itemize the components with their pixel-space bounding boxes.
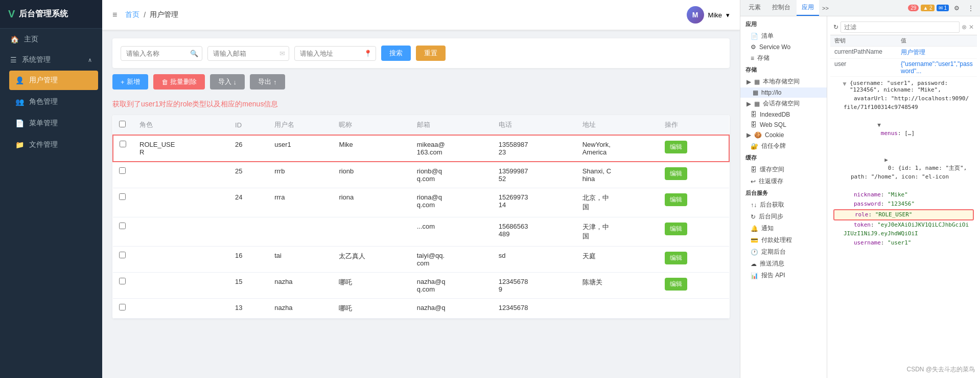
dt-item-push[interactable]: ☁ 推送消息 <box>740 258 827 270</box>
push-icon: ☁ <box>751 260 757 268</box>
row-checkbox[interactable] <box>119 304 126 310</box>
home-icon: 🏠 <box>10 35 19 43</box>
table-row: ...com 15686563489 天津，中国 编辑 <box>113 217 729 247</box>
tree-toggle-menus: ▼ <box>877 122 881 128</box>
batch-delete-button[interactable]: 🗑 批量删除 <box>153 74 205 90</box>
row-checkbox[interactable] <box>119 252 126 258</box>
sidebar-item-file[interactable]: 📁 文件管理 <box>5 134 102 155</box>
dt-item-service-worker[interactable]: ⚙ Service Wo <box>740 42 827 52</box>
table-row: 13 nazha 哪吒 nazha@q 12345678 <box>113 299 729 319</box>
clear-filter-icon[interactable]: ⊗ <box>962 24 967 31</box>
header-user[interactable]: M Mike ▾ <box>687 6 730 24</box>
action-bar: + 新增 🗑 批量删除 导入 ↓ 导出 ↑ <box>112 74 730 92</box>
breadcrumb-home[interactable]: 首页 <box>125 10 139 19</box>
edit-button[interactable]: 编辑 <box>665 193 687 206</box>
reset-button[interactable]: 重置 <box>416 46 446 61</box>
col-action: 操作 <box>659 115 729 135</box>
dt-item-local-storage[interactable]: ▶ ▦ 本地存储空间 <box>740 76 827 87</box>
dt-item-indexeddb[interactable]: 🗄 IndexedDB <box>740 109 827 120</box>
tab-elements[interactable]: 元素 <box>743 0 766 16</box>
role-cell: ROLE_USER <box>139 141 175 156</box>
edit-button[interactable]: 编辑 <box>665 252 687 264</box>
sidebar-item-home[interactable]: 🏠 主页 <box>0 29 102 50</box>
row-checkbox[interactable] <box>119 278 126 284</box>
email-search-wrap: ✉ <box>207 46 289 61</box>
phone-cell: 1355898723 <box>499 141 528 156</box>
cache-detail: ▼ {username: "user1", password: "123456"… <box>830 77 977 250</box>
phone-cell: 123456789 <box>493 273 576 299</box>
cache-line-menus-0[interactable]: ▶ 0: {id: 1, name: "主页", path: "/home", … <box>833 147 974 190</box>
select-all-checkbox[interactable] <box>119 121 126 127</box>
address-cell: NewYork,America <box>582 141 611 156</box>
dt-item-local-storage-url[interactable]: ▦ http://lo <box>740 87 827 98</box>
nickname-cell <box>333 217 410 247</box>
dt-item-back-fetch[interactable]: ↑↓ 后台获取 <box>740 199 827 211</box>
watermark: CSDN @失去斗志的菜鸟 <box>906 365 975 374</box>
search-button[interactable]: 搜索 <box>381 46 411 61</box>
table-row: 16 tai 太乙真人 taiyi@qq.com sd 天庭 编辑 <box>113 247 729 273</box>
tab-more[interactable]: >> <box>820 2 831 14</box>
schedule-icon: 🕐 <box>751 249 758 256</box>
edit-button[interactable]: 编辑 <box>665 278 687 291</box>
sidebar-item-user[interactable]: 👤 用户管理 <box>9 71 98 90</box>
session-table-icon: ▦ <box>754 100 760 107</box>
close-filter-icon[interactable]: ✕ <box>969 24 974 31</box>
dt-item-back-sync[interactable]: ↻ 后台同步 <box>740 211 827 223</box>
payment-icon: 💳 <box>751 237 758 244</box>
dt-item-websql[interactable]: 🗄 Web SQL <box>740 120 827 130</box>
dt-item-report[interactable]: 📊 报告 API <box>740 270 827 281</box>
cache-tree-root[interactable]: ▼ {username: "user1", password: "123456"… <box>833 79 974 94</box>
tab-application[interactable]: 应用 <box>797 0 819 16</box>
breadcrumb-separator: / <box>144 11 146 19</box>
sidebar-item-menu[interactable]: 📄 菜单管理 <box>5 113 102 134</box>
dt-item-payment[interactable]: 💳 付款处理程 <box>740 234 827 246</box>
cache-line-menus[interactable]: ▼ menus: […] <box>833 112 974 147</box>
id-cell: 24 <box>229 188 268 217</box>
value-cell: {"username":"user1","password"... <box>897 59 977 77</box>
export-button[interactable]: 导出 ↑ <box>250 74 285 90</box>
row-checkbox[interactable] <box>119 167 126 174</box>
manifest-icon: 📄 <box>751 33 758 40</box>
breadcrumb: ≡ 首页 / 用户管理 <box>112 10 178 19</box>
row-checkbox[interactable] <box>120 141 126 147</box>
dt-item-back-forward[interactable]: ↩ 往返缓存 <box>740 175 827 187</box>
sidebar-item-system[interactable]: ☰ 系统管理 ∧ <box>0 50 102 70</box>
dt-item-cookie[interactable]: ▶ 🍪 Cookie <box>740 130 827 140</box>
settings-icon[interactable]: ⚙ <box>951 3 963 14</box>
filter-input[interactable] <box>841 21 960 33</box>
phone-cell: 1359998752 <box>493 162 576 188</box>
row-checkbox[interactable] <box>119 223 126 229</box>
storage-overview-icon: ≡ <box>751 55 754 62</box>
address-search-wrap: 📍 <box>294 46 376 61</box>
row-checkbox[interactable] <box>119 193 126 200</box>
edit-button[interactable]: 编辑 <box>665 141 687 153</box>
key-cell: user <box>830 59 897 77</box>
edit-button[interactable]: 编辑 <box>665 167 687 180</box>
import-button[interactable]: 导入 ↓ <box>210 74 245 90</box>
username-cell: nazha <box>268 273 333 299</box>
sync-icon: ↻ <box>751 213 756 220</box>
annotation: 获取到了user1对应的role类型以及相应的menus信息 <box>112 98 730 109</box>
dt-item-manifest[interactable]: 📄 清单 <box>740 30 827 42</box>
avatar: M <box>687 6 704 24</box>
col-email: 邮箱 <box>411 115 493 135</box>
dt-item-trust-token[interactable]: 🔐 信任令牌 <box>740 140 827 152</box>
dt-item-notify[interactable]: 🔔 通知 <box>740 223 827 234</box>
edit-button[interactable]: 编辑 <box>665 223 687 235</box>
dt-item-schedule[interactable]: 🕐 定期后台 <box>740 246 827 258</box>
dt-item-session-storage[interactable]: ▶ ▦ 会话存储空间 <box>740 98 827 109</box>
add-button[interactable]: + 新增 <box>112 74 148 90</box>
dt-item-storage-overview[interactable]: ≡ 存储 <box>740 52 827 64</box>
tab-console[interactable]: 控制台 <box>767 0 796 16</box>
reload-icon[interactable]: ↻ <box>833 24 838 31</box>
table-row: 15 nazha 哪吒 nazha@qq.com 123456789 陈塘关 编… <box>113 273 729 299</box>
id-cell: 25 <box>229 162 268 188</box>
col-nickname: 昵称 <box>333 115 410 135</box>
nickname-cell: 太乙真人 <box>333 247 410 273</box>
hamburger-icon[interactable]: ≡ <box>112 10 117 19</box>
sidebar-item-role[interactable]: 👥 角色管理 <box>5 91 102 113</box>
more-icon[interactable]: ⋮ <box>965 3 977 14</box>
role-icon: 👥 <box>15 98 24 106</box>
dt-item-cache-storage[interactable]: 🗄 缓存空间 <box>740 164 827 175</box>
email-search-input[interactable] <box>207 46 289 61</box>
